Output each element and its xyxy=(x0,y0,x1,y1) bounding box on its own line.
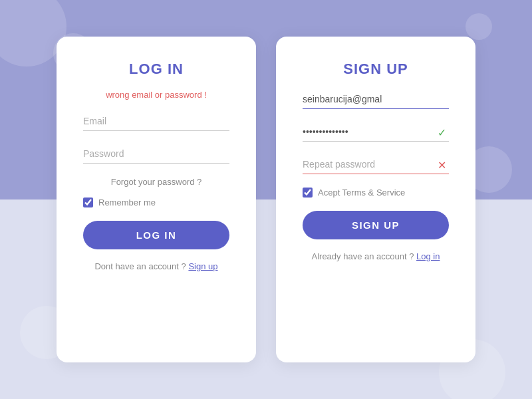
forgot-link[interactable]: Forgot your password ? xyxy=(83,177,229,187)
signup-email-group xyxy=(303,90,449,109)
signup-password-input[interactable] xyxy=(303,122,449,142)
terms-row: Acept Terms & Service xyxy=(303,188,449,198)
terms-label: Acept Terms & Service xyxy=(318,188,405,198)
password-group xyxy=(83,144,229,164)
bg-circle-3 xyxy=(466,13,492,40)
remember-checkbox[interactable] xyxy=(83,198,93,207)
signup-bottom-text: Already have an account ? Log in xyxy=(312,251,440,261)
signup-title: SIGN UP xyxy=(343,61,408,78)
have-account-text: Already have an account ? xyxy=(312,251,414,261)
repeat-password-input[interactable] xyxy=(303,155,449,174)
login-title: LOG IN xyxy=(129,61,184,78)
terms-checkbox[interactable] xyxy=(303,188,313,198)
login-error: wrong email or password ! xyxy=(106,90,207,100)
remember-label: Remember me xyxy=(98,198,156,207)
cross-icon: ✕ xyxy=(438,158,446,171)
signup-card: SIGN UP ✓ ✕ Acept Terms & Service SIGN U… xyxy=(276,37,475,362)
login-card: LOG IN wrong email or password ! Forgot … xyxy=(57,37,256,362)
signup-link[interactable]: Sign up xyxy=(188,261,217,271)
login-button[interactable]: LOG IN xyxy=(83,221,229,249)
check-icon: ✓ xyxy=(438,126,446,138)
email-group xyxy=(83,112,229,131)
remember-row: Remember me xyxy=(83,198,229,207)
signup-password-group: ✓ xyxy=(303,122,449,142)
repeat-password-group: ✕ xyxy=(303,155,449,174)
email-input[interactable] xyxy=(83,112,229,131)
no-account-text: Dont have an account ? xyxy=(94,261,186,271)
login-bottom-text: Dont have an account ? Sign up xyxy=(94,261,217,271)
signup-email-input[interactable] xyxy=(303,90,449,109)
cards-container: LOG IN wrong email or password ! Forgot … xyxy=(57,37,475,362)
password-input[interactable] xyxy=(83,144,229,164)
signup-button[interactable]: SIGN UP xyxy=(303,211,449,239)
login-link[interactable]: Log in xyxy=(416,251,440,261)
